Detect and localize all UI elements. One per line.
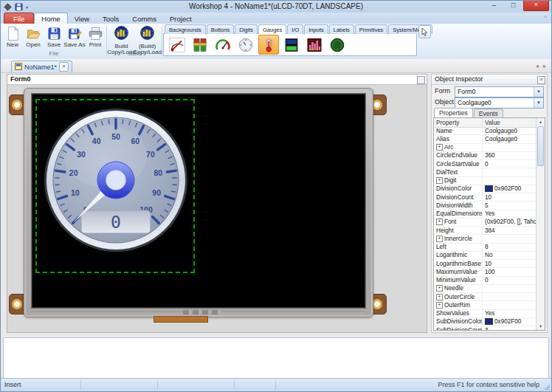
property-value[interactable]: 384 (482, 227, 537, 234)
widget-selection-outline[interactable] (35, 99, 195, 273)
widget-tab-backgrounds[interactable]: Backgrounds (165, 24, 206, 34)
widget-tab-digits[interactable]: Digits (235, 24, 258, 34)
cool-gauge-tool-icon[interactable] (235, 35, 256, 55)
property-row-equaldimensions[interactable]: EqualDimensionsYes (434, 210, 537, 219)
widget-tab-gauges[interactable]: Gauges (258, 24, 286, 34)
close-button[interactable]: × (523, 1, 549, 11)
print-button[interactable]: Print (85, 24, 106, 49)
widget-tab-i-o[interactable]: I/O (287, 24, 303, 34)
property-value[interactable]: No (482, 252, 537, 259)
property-row-needle[interactable]: +Needle (434, 285, 537, 293)
resize-grip-icon[interactable] (544, 384, 550, 390)
widget-tab-primitives[interactable]: Primitives (355, 24, 388, 34)
quick-access-dropdown-icon[interactable]: ▾ (26, 4, 28, 10)
save-as-button[interactable]: Save As (64, 24, 85, 49)
property-row-left[interactable]: Left8 (434, 244, 537, 252)
inspector-close-icon[interactable]: × (537, 76, 545, 84)
property-row-height[interactable]: Height384 (434, 227, 537, 235)
property-value[interactable]: 360 (482, 152, 537, 159)
property-value[interactable]: 0x902F00 (482, 318, 537, 326)
property-row-showvalues[interactable]: ShowValuesYes (434, 310, 537, 318)
menu-tab-file[interactable]: File (4, 13, 34, 24)
menu-tab-home[interactable]: Home (34, 13, 67, 24)
property-row-subdivisioncount[interactable]: SubDivisionCount3 (434, 326, 537, 330)
open-button[interactable]: Open (23, 24, 44, 49)
knob-tool-icon[interactable] (327, 35, 348, 55)
angular-meter-tool-icon[interactable] (167, 35, 187, 55)
property-row-divisioncount[interactable]: DivisionCount10 (434, 193, 537, 202)
property-row-logarithmic[interactable]: LogarithmicNo (434, 252, 537, 260)
property-value[interactable] (482, 301, 537, 309)
form-pane-options-icon[interactable] (417, 76, 425, 84)
design-canvas[interactable]: 01020304050607080901000 (7, 85, 427, 332)
maximize-button[interactable]: □ (504, 1, 522, 10)
menu-tab-comms[interactable]: Comms (125, 13, 163, 24)
property-row-font[interactable]: +Font(0x902F00, [], Tahoma, 14, []) (434, 219, 537, 227)
menu-tab-tools[interactable]: Tools (96, 13, 125, 24)
property-value[interactable] (482, 177, 537, 185)
widget-tab-buttons[interactable]: Buttons (207, 24, 234, 34)
property-row-maximumvalue[interactable]: MaximumValue100 (434, 268, 537, 276)
menu-tab-view[interactable]: View (68, 13, 96, 24)
property-value[interactable] (482, 293, 537, 300)
minimize-button[interactable]: – (485, 1, 503, 10)
save-button[interactable]: Save (44, 24, 64, 49)
tab-close-icon[interactable]: × (59, 62, 69, 72)
property-value[interactable]: 100 (482, 268, 537, 275)
menu-tab-project[interactable]: Project (163, 13, 199, 24)
property-row-divisionwidth[interactable]: DivisionWidth5 (434, 202, 537, 210)
meter-tool-icon[interactable] (213, 35, 233, 55)
scroll-up-icon[interactable]: ▲ (537, 118, 545, 125)
property-row-circlestartvalue[interactable]: CircleStartValue0 (434, 160, 537, 168)
property-value[interactable]: 10 (482, 193, 537, 201)
expand-plus-icon[interactable]: + (436, 177, 443, 184)
property-row-dialtext[interactable]: DialText (434, 168, 537, 176)
chevron-down-icon[interactable]: ▼ (534, 87, 543, 97)
property-value[interactable]: (0x902F00, [], Tahoma, 14, []) (482, 219, 537, 226)
property-row-innercircle[interactable]: +Innercircle (434, 235, 537, 243)
tank-level-tool-icon[interactable] (281, 35, 302, 55)
property-row-outercircle[interactable]: +OuterCircle (434, 293, 537, 301)
new-button[interactable]: New (2, 24, 23, 49)
property-value[interactable]: 3 (482, 326, 537, 330)
property-value[interactable]: 10 (482, 260, 537, 267)
inspector-tab-properties[interactable]: Properties (434, 108, 473, 118)
property-value[interactable]: 8 (482, 244, 537, 251)
property-value[interactable]: 5 (482, 202, 537, 209)
property-value[interactable]: Yes (482, 310, 537, 317)
property-row-name[interactable]: NameCoolgauge0 (434, 127, 537, 135)
property-value[interactable] (482, 168, 537, 176)
form-combo[interactable]: Form0 ▼ (455, 86, 544, 97)
property-row-minimumvalue[interactable]: MinimumValue0 (434, 277, 537, 285)
property-row-digit[interactable]: +Digit (434, 177, 537, 185)
property-row-divisioncolor[interactable]: DivisionColor0x902F00 (434, 185, 537, 193)
property-value[interactable] (482, 285, 537, 292)
ribbon-collapse-icon[interactable]: ^ (544, 14, 547, 21)
widget-tab-inputs[interactable]: Inputs (304, 24, 328, 34)
property-value[interactable] (482, 235, 537, 242)
scroll-down-icon[interactable]: ▼ (537, 323, 545, 330)
property-row-alias[interactable]: AliasCoolgauge0 (434, 135, 537, 143)
widget-tab-labels[interactable]: Labels (329, 24, 354, 34)
thermometer-tool-icon[interactable] (258, 35, 279, 55)
chevron-down-icon[interactable]: ▼ (534, 98, 543, 108)
object-combo[interactable]: Coolgauge0 ▼ (455, 97, 544, 109)
led-bar-gauge-tool-icon[interactable] (190, 35, 210, 55)
property-row-outerrim[interactable]: +OuterRim (434, 301, 537, 309)
property-row-subdivisioncolor[interactable]: SubDivisionColor0x902F00 (434, 318, 537, 326)
select-cursor-button[interactable] (418, 25, 431, 38)
property-row-logarithmicbase[interactable]: LogarithmicBase10 (434, 260, 537, 268)
expand-plus-icon[interactable]: + (436, 302, 443, 309)
property-value[interactable]: 0 (482, 160, 537, 168)
tab-nav-arrows-icon[interactable]: ◂ ▸ (536, 63, 548, 69)
property-value[interactable]: Yes (482, 210, 537, 218)
expand-plus-icon[interactable]: + (436, 285, 443, 292)
scrollbar-thumb[interactable] (537, 126, 544, 166)
expand-plus-icon[interactable]: + (436, 235, 443, 242)
document-tab-noname1[interactable]: NoName1*× (11, 61, 72, 72)
property-grid-scrollbar[interactable]: ▲ ▼ (536, 118, 545, 330)
property-row-circleendvalue[interactable]: CircleEndValue360 (434, 152, 537, 160)
property-row-arc[interactable]: +Arc (434, 144, 537, 152)
expand-plus-icon[interactable]: + (436, 294, 443, 300)
property-value[interactable] (482, 144, 537, 151)
